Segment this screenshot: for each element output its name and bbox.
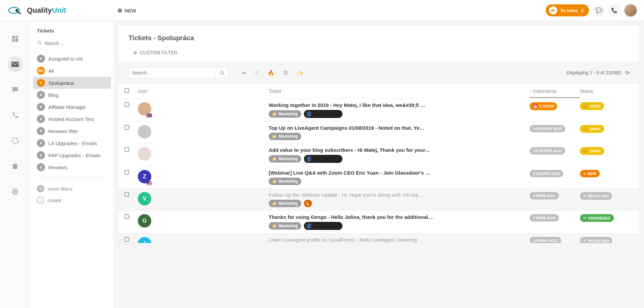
assignee-chip[interactable]: 👤 — [304, 222, 342, 230]
svg-point-10 — [38, 41, 41, 44]
forward-icon[interactable]: ➦ — [242, 70, 246, 76]
row-checkbox[interactable] — [124, 125, 129, 130]
row-checkbox[interactable] — [124, 192, 129, 197]
sidebar-item-label: Assigned to me — [48, 56, 83, 62]
dept-tag[interactable]: 📁Marketing — [269, 110, 301, 118]
sidebar-item[interactable]: 0Reviews — [33, 161, 111, 173]
ticket-tags: 📁Marketing👤 — [269, 110, 526, 118]
assignee-chip[interactable]: L — [304, 200, 312, 207]
sidebar-item-label: Hosted Account Test — [48, 116, 94, 122]
plus-icon: ⊕ — [133, 50, 137, 55]
count-badge: 0 — [37, 91, 45, 99]
sidebar-search[interactable] — [30, 38, 114, 53]
assignee-chip[interactable]: 👤 — [304, 155, 342, 163]
col-user[interactable]: User — [138, 88, 269, 94]
ticket-tags: 📁Marketing — [269, 178, 526, 185]
folder-icon: 📁 — [272, 112, 277, 116]
custom-filter-label: CUSTOM FILTER — [140, 50, 177, 55]
dept-tag[interactable]: 📁Marketing — [269, 133, 301, 140]
rail-kb[interactable] — [7, 159, 23, 174]
count-badge: 4 — [37, 79, 45, 87]
row-checkbox[interactable] — [124, 170, 129, 175]
table-row[interactable]: Add value to your blog subscribers - Hi … — [118, 144, 640, 167]
count-badge: 0 — [37, 55, 45, 63]
count-badge: 0 — [37, 127, 45, 135]
table-row[interactable]: VFollow Up Re: Website Update - Hi, Hope… — [118, 189, 640, 211]
magic-icon[interactable]: ✨ — [297, 70, 304, 76]
status-icon: 🔒 — [583, 104, 588, 108]
rail-settings[interactable] — [7, 184, 23, 199]
table-body: Working together in 2019 - Hey Matej, I … — [118, 99, 640, 243]
to-solve-label: To solve — [560, 8, 578, 13]
dept-tag[interactable]: 📁Marketing — [269, 222, 301, 230]
dept-tag[interactable]: 📁Marketing — [269, 155, 301, 163]
row-checkbox[interactable] — [124, 214, 129, 219]
logo[interactable]: QualityUnit — [7, 5, 114, 15]
sidebar-filter-list: 0Assigned to me99+All4Spolupráca0Blog0Af… — [30, 53, 114, 173]
rail-dashboard[interactable] — [7, 31, 23, 47]
sidebar-item[interactable]: 4Spolupráca — [33, 77, 111, 89]
rail-chat[interactable] — [7, 82, 23, 98]
sidebar-item[interactable]: 0Blog — [33, 89, 111, 101]
table-row[interactable]: JClaim LiveAgent profile on GoodFirms! -… — [118, 234, 640, 243]
col-checkbox[interactable] — [124, 88, 138, 94]
table-row[interactable]: Z[Webinar] Live Q&A with Zoom CEO Eric Y… — [118, 167, 640, 189]
status-icon: 🔒 — [583, 127, 588, 131]
fire-icon[interactable]: 🔥 — [268, 70, 274, 76]
status-icon: ● — [583, 172, 586, 176]
sidebar-item[interactable]: 0PAP Upgrades - Emails — [33, 149, 111, 161]
sidebar-item[interactable]: 0Affiliate Manager — [33, 101, 111, 113]
assignee-chip[interactable]: 👤 — [304, 110, 342, 118]
ticket-subject: Claim LiveAgent profile on GoodFirms! - … — [269, 237, 526, 243]
rail-call[interactable] — [7, 108, 23, 123]
phone-button[interactable]: 📞 — [608, 5, 620, 16]
brand-text: QualityUnit — [27, 6, 66, 15]
resolve-icon[interactable]: ✓⃝ — [255, 70, 259, 76]
count-badge: 99+ — [37, 67, 45, 75]
sidebar-item[interactable]: 0Reviews filter — [33, 125, 111, 137]
chat-button[interactable]: 💬 — [593, 5, 604, 16]
logo-icon — [7, 5, 23, 15]
table-search-button[interactable] — [216, 67, 228, 78]
svg-rect-3 — [15, 36, 18, 38]
col-importance[interactable]: ↑ Importance — [530, 88, 580, 94]
table-row[interactable]: GThanks for using Gengo - Hello Jolina, … — [118, 211, 640, 234]
sidebar-item[interactable]: 0Assigned to me — [33, 53, 111, 65]
svg-rect-18 — [147, 115, 152, 116]
custom-filter-button[interactable]: ⊕ CUSTOM FILTER — [133, 50, 177, 55]
row-checkbox[interactable] — [124, 102, 129, 107]
sidebar-item[interactable]: 99+All — [33, 65, 111, 77]
toolbar-actions: ➦ ✓⃝ 🔥 🗑 ✨ — [242, 70, 304, 76]
new-button[interactable]: ⊕ NEW — [117, 7, 136, 14]
dept-tag[interactable]: 📁Marketing — [269, 178, 301, 185]
importance-pill: 5 MINS AGO — [530, 214, 559, 222]
dept-tag[interactable]: 📁Marketing — [269, 200, 301, 207]
sidebar-item[interactable]: 0Hosted Account Test — [33, 113, 111, 125]
svg-rect-4 — [12, 39, 15, 42]
row-checkbox[interactable] — [124, 147, 129, 152]
trash-icon[interactable]: 🗑 — [283, 70, 288, 76]
table-search-input[interactable] — [128, 67, 216, 78]
create-filter[interactable]: + create — [30, 194, 114, 206]
ticket-subject: Top Up on LiveAgent Campaigns 01/08/2019… — [269, 125, 526, 131]
person-icon: 👤 — [306, 111, 312, 117]
sort-asc-icon: ↑ — [530, 89, 532, 94]
col-ticket[interactable]: Ticket — [269, 88, 530, 94]
status-icon: ↩ — [583, 216, 586, 220]
refresh-icon[interactable]: ⟳ — [625, 70, 630, 76]
row-checkbox[interactable] — [124, 237, 129, 242]
sidebar-search-input[interactable] — [44, 41, 107, 46]
col-status[interactable]: Status — [580, 88, 634, 94]
sidebar-item[interactable]: 0LA Upgrades - Emails — [33, 137, 111, 149]
table-row[interactable]: Top Up on LiveAgent Campaigns 01/08/2019… — [118, 122, 640, 144]
status-pill: ✔RESOLVED — [580, 237, 612, 243]
table-row[interactable]: Working together in 2019 - Hey Matej, I … — [118, 99, 640, 122]
user-avatar[interactable] — [624, 4, 637, 17]
ticket-subject: Follow Up Re: Website Update - Hi, Hope … — [269, 192, 526, 198]
to-solve-pill[interactable]: ✉ To solve 2 — [546, 4, 589, 16]
more-filters[interactable]: ▾ more filters — [30, 183, 114, 194]
flag-icon — [147, 113, 152, 116]
plus-icon: ⊕ — [117, 7, 122, 14]
rail-mail[interactable] — [7, 57, 23, 72]
rail-pulse[interactable] — [7, 133, 23, 148]
